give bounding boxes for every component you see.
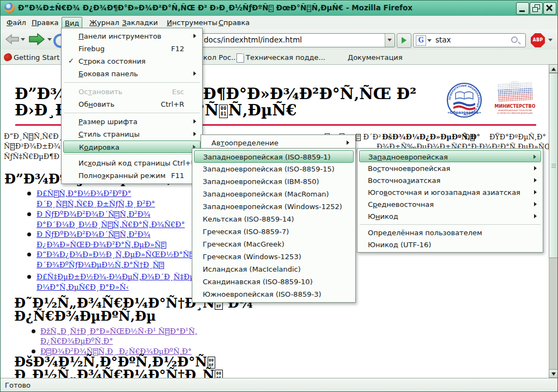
link-official-site[interactable]: ÐžÑ„Ð¸Ñ†Ð¸Ð°Ð»ÑŒÐ½Ñ‹Ð¹ Ñ0081Ð°Ð¹Ñ‚ bbox=[40, 327, 197, 335]
menu-item-sidebar[interactable]: Боковая панель bbox=[63, 68, 201, 80]
menu-item-firebug[interactable]: FirebugF12 bbox=[63, 42, 201, 55]
close-button[interactable] bbox=[543, 2, 556, 15]
search-engine-icon[interactable]: G bbox=[416, 35, 426, 46]
url-input[interactable] bbox=[204, 35, 367, 44]
search-engine-dropdown-icon[interactable] bbox=[427, 39, 432, 42]
link-user-guide[interactable]: Ð¿Ð¾Ð»ÑŒÐ·Ð¾Ð²Ð°Ñ‚ÐµÐ»Ñ008F bbox=[37, 240, 166, 249]
menu-item-iso-8859-1[interactable]: Западноевропейская (ISO-8859-1) bbox=[194, 150, 354, 163]
menu-file[interactable]: Файл bbox=[4, 17, 29, 28]
search-icon[interactable] bbox=[511, 36, 518, 43]
bookmark-documentation[interactable]: Документация bbox=[348, 53, 403, 63]
section-heading-info: Ð¿Ñ€Ð¾ÐµÐºÑ‚Ðµ bbox=[14, 309, 156, 323]
menu-item-autodetect[interactable]: Автоопределение bbox=[203, 137, 354, 149]
menu-item-middle-eastern[interactable]: Средневосточная bbox=[359, 198, 541, 210]
scrollbar-thumb[interactable] bbox=[549, 73, 558, 258]
menu-separator bbox=[360, 224, 541, 225]
menu-item-east-european[interactable]: Восточноевропейская bbox=[359, 162, 541, 174]
menu-item-iso-8859-15[interactable]: Западноевропейская (ISO-8859-15) bbox=[194, 163, 354, 175]
link-training-materials[interactable]: Ð¼Ð°Ñ‚ÐµÑ€Ð¸Ð°Ð»Ñ‹ bbox=[37, 283, 129, 291]
menu-item-east-asian[interactable]: Восточноазиатская bbox=[359, 174, 541, 186]
search-input[interactable] bbox=[435, 35, 506, 44]
link-admin-guide[interactable]: Ð°Ð´Ð¼Ð¸Ð½Ð¸Ñ0081Ñ‚Ñ€Ð°Ñ‚Ð¾Ñ€Ð° bbox=[37, 220, 185, 229]
bookmark-schools[interactable]: кол Рос... bbox=[203, 53, 238, 63]
titlebar: Ð”Ð¾Ð±Ñ€Ð¾ Ð¿Ð¾Ð¶Ð°Ð»Ð¾Ð²Ð°Ñ‚ÑŒ Ð² Ð›Ð¸Ð… bbox=[1, 1, 558, 16]
url-dropdown-icon bbox=[387, 39, 392, 41]
ministry-logo: МИНИСТЕРСТВО ИНФОРМАЦИОННЫХ ТЕХНОЛОГИЙ И… bbox=[494, 81, 536, 120]
paragraph-fragment: 008F Ð´Ð² bbox=[356, 133, 381, 141]
back-dropdown-icon[interactable] bbox=[21, 38, 25, 41]
firefox-icon bbox=[4, 3, 15, 13]
window-title: Ð”Ð¾Ð±Ñ€Ð¾ Ð¿Ð¾Ð¶Ð°Ð»Ð¾Ð²Ð°Ñ‚ÑŒ Ð² Ð›Ð¸Ð… bbox=[18, 3, 413, 12]
paragraph-fragment: ÐŸÐ°ÐºÐµÑ‚Ð° bbox=[489, 133, 546, 141]
menu-tools[interactable]: Инструменты bbox=[164, 17, 220, 28]
menu-item-windows-1253[interactable]: Греческая (Windows-1253) bbox=[194, 250, 354, 263]
menu-item-western[interactable]: Западноевропейская bbox=[359, 150, 541, 162]
list-bullet bbox=[32, 329, 35, 333]
submenu-arrow-icon bbox=[533, 155, 536, 159]
bookmark-getting-started[interactable]: Getting Start bbox=[14, 53, 59, 63]
menu-item-ibm-850[interactable]: Западноевропейская (IBM-850) bbox=[194, 175, 354, 188]
menu-history[interactable]: Журнал bbox=[87, 17, 122, 28]
go-button[interactable] bbox=[397, 33, 411, 48]
check-icon: ✓ bbox=[68, 57, 74, 65]
menu-edit[interactable]: Правка bbox=[29, 17, 61, 28]
list-bullet bbox=[32, 350, 35, 353]
link-extra-docs[interactable]: Ð´Ð¾ÐºÑƒÐ¼ÐµÐ½Ñ‚Ð°Ñ†Ð¸Ñ008F bbox=[37, 260, 165, 269]
forward-icon[interactable] bbox=[28, 32, 45, 47]
list-bullet bbox=[27, 192, 31, 195]
menu-item-page-source[interactable]: Исходный код страницыCtrl+U bbox=[63, 157, 201, 169]
scrollbar-up-button[interactable] bbox=[549, 64, 558, 73]
adblock-icon[interactable]: ABP bbox=[531, 33, 545, 47]
education-project-logo: ПРИОРИТЕТНЫЕ НАЦИОНАЛЬНЫЕ ПРОЕКТЫ «Образ… bbox=[439, 81, 489, 119]
submenu-arrow-icon bbox=[534, 190, 537, 194]
menu-item-se-sw-asian[interactable]: Юговосточная и югозападная азиатская bbox=[359, 186, 541, 198]
link-extra-docs[interactable]: Ð”Ð¾Ð¿Ð¾Ð»Ð½Ð¸Ñ‚ÐµÐ»ÑŒÐ½Ð°Ñ008F bbox=[37, 250, 195, 259]
svg-text:ИНФОРМАЦИОННЫХ ТЕХНОЛОГИЙ: ИНФОРМАЦИОННЫХ ТЕХНОЛОГИЙ bbox=[498, 109, 532, 112]
menu-item-encoding[interactable]: Кодировка bbox=[63, 140, 201, 153]
adblock-dropdown-icon[interactable] bbox=[548, 39, 553, 41]
link-install-distro[interactable]: Ð´Ð¸Ñ0081Ñ‚Ñ€Ð¸Ð±ÑƒÑ‚Ð¸Ð²Ð° bbox=[37, 199, 155, 208]
menu-separator bbox=[64, 82, 200, 83]
restore-button[interactable] bbox=[530, 2, 543, 15]
menu-item-iso-8859-3[interactable]: Южноевропейская (ISO-8859-3) bbox=[194, 288, 354, 301]
go-icon bbox=[402, 37, 407, 44]
menu-item-text-size[interactable]: Размер шрифта bbox=[63, 115, 201, 128]
menu-item-reload[interactable]: ОбновитьCtrl+R bbox=[63, 98, 201, 111]
menu-item-iso-8859-7[interactable]: Греческая (ISO-8859-7) bbox=[194, 225, 354, 238]
submenu-arrow-icon bbox=[534, 214, 537, 218]
encoding-category-menu: Западноевропейская Восточноевропейская В… bbox=[357, 148, 543, 253]
menu-item-windows-1252[interactable]: Западноевропейская (Windows-1252) bbox=[194, 200, 354, 213]
link-user-guide[interactable]: Ð ÑƒÐºÐ¾Ð²Ð¾Ð´Ñ0081Ñ‚Ð²Ð¾ bbox=[37, 230, 150, 238]
menu-item-unicode[interactable]: Юникод bbox=[359, 210, 541, 222]
bookmark-tech-support[interactable]: Техническая подде... bbox=[246, 53, 325, 63]
menu-item-page-style[interactable]: Стиль страницы bbox=[63, 128, 201, 140]
menu-item-macgreek[interactable]: Греческая (MacGreek) bbox=[194, 238, 354, 250]
minimize-icon bbox=[519, 10, 525, 12]
url-bar[interactable] bbox=[196, 33, 395, 47]
menu-item-user-defined[interactable]: Определённая пользователем bbox=[359, 226, 541, 238]
link-install-distro[interactable]: Ð£Ñ0081Ñ‚Ð°Ð½Ð¾Ð²ÐºÐ° bbox=[37, 189, 131, 198]
menu-item-toolbars[interactable]: Панели инструментов bbox=[63, 30, 201, 42]
menu-help[interactable]: Справка bbox=[216, 17, 252, 28]
scrollbar-down-button[interactable] bbox=[549, 369, 558, 378]
list-bullet bbox=[27, 275, 31, 279]
submenu-arrow-icon bbox=[534, 202, 537, 206]
menu-item-iso-8859-14[interactable]: Кельтская (ISO-8859-14) bbox=[194, 213, 354, 225]
url-dropdown-button[interactable] bbox=[385, 34, 395, 47]
menu-item-stop[interactable]: ОстановитьEsc bbox=[63, 85, 201, 98]
link-official-site[interactable]: Ð¿Ñ€Ð¾ÐµÐºÑ‚Ð° bbox=[40, 336, 113, 345]
search-bar[interactable]: G bbox=[413, 33, 526, 47]
browser-window: Ð”Ð¾Ð±Ñ€Ð¾ Ð¿Ð¾Ð¶Ð°Ð»Ð¾Ð²Ð°Ñ‚ÑŒ Ð² Ð›Ð¸Ð… bbox=[0, 0, 558, 392]
menu-item-macroman[interactable]: Западноевропейская (MacRoman) bbox=[194, 188, 354, 200]
forward-dropdown-icon[interactable] bbox=[47, 38, 52, 41]
list-bullet bbox=[27, 212, 31, 216]
menu-item-macicelandic[interactable]: Исландская (MacIcelandic) bbox=[194, 263, 354, 275]
link-admin-guide[interactable]: Ð ÑƒÐºÐ¾Ð²Ð¾Ð´Ñ0081Ñ‚Ð²Ð¾ bbox=[37, 210, 150, 218]
menu-bookmarks[interactable]: Закладки bbox=[119, 17, 161, 28]
back-icon[interactable] bbox=[5, 33, 20, 46]
menu-item-iso-8859-10[interactable]: Скандинавская (ISO-8859-10) bbox=[194, 275, 354, 288]
menu-item-utf-16[interactable]: Юникод (UTF-16) bbox=[359, 238, 541, 250]
menu-item-statusbar[interactable]: ✓Строка состояния bbox=[63, 55, 201, 68]
menu-item-fullscreen[interactable]: Полноэкранный режимF11 bbox=[63, 169, 201, 182]
minimize-button[interactable] bbox=[516, 2, 529, 15]
